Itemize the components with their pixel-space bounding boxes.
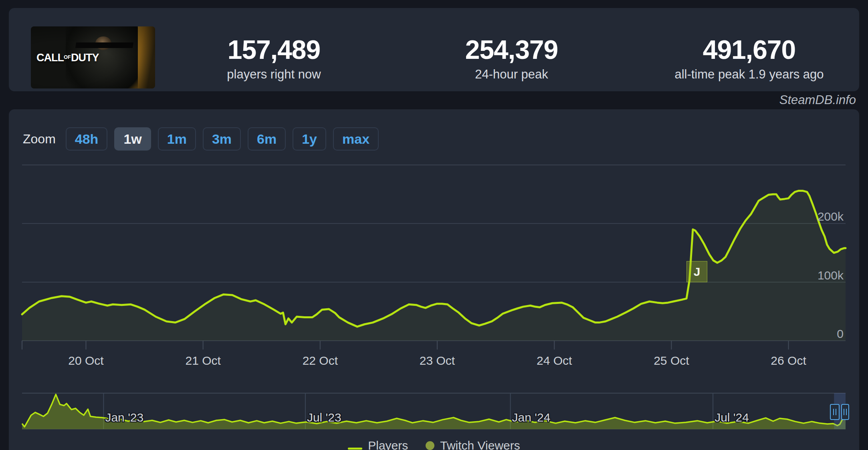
navigator-tick-label: Jul '23 — [307, 411, 341, 424]
y-tick-label: 0 — [795, 327, 844, 341]
zoom-toolbar: Zoom 48h 1w 1m 3m 6m 1y max — [23, 127, 379, 151]
steamdb-watermark: SteamDB.info — [779, 93, 856, 107]
zoom-range-6m[interactable]: 6m — [248, 127, 286, 151]
navigator-tick-label: Jan '24 — [512, 411, 551, 424]
current-players-value: 157,489 — [228, 36, 321, 64]
x-tick-label: 23 Oct — [405, 354, 469, 368]
peak-24h-value: 254,379 — [465, 36, 558, 64]
zoom-label: Zoom — [23, 132, 56, 147]
legend-players-label: Players — [368, 439, 408, 450]
navigator-right-handle[interactable] — [841, 404, 849, 420]
peak-24h-label: 24-hour peak — [475, 67, 548, 82]
players-line-swatch — [348, 448, 362, 450]
legend-item-twitch-viewers[interactable]: Twitch Viewers — [426, 439, 520, 450]
navigator-tick-label: Jul '24 — [715, 411, 749, 424]
x-tick-label: 21 Oct — [171, 354, 235, 368]
zoom-range-1y[interactable]: 1y — [293, 127, 326, 151]
zoom-range-1w[interactable]: 1w — [114, 127, 151, 151]
game-banner-image[interactable]: CALLOFDUTY — [31, 26, 155, 88]
x-tick-label: 26 Oct — [757, 354, 821, 368]
legend-twitch-label: Twitch Viewers — [440, 439, 520, 450]
alltime-peak-label: all-time peak 1.9 years ago — [674, 67, 824, 82]
plot-area[interactable] — [22, 165, 846, 341]
twitch-dot-swatch — [426, 441, 434, 450]
navigator-left-handle[interactable] — [830, 404, 840, 420]
y-tick-label: 100k — [795, 269, 844, 282]
stats-row: 157,489 players right now 254,379 24-hou… — [155, 16, 868, 99]
x-tick-label: 20 Oct — [54, 354, 118, 368]
game-logo: CALLOFDUTY — [36, 51, 99, 64]
x-tick-label: 25 Oct — [639, 354, 703, 368]
current-players-label: players right now — [227, 67, 321, 82]
stat-current-players: 157,489 players right now — [155, 16, 393, 99]
x-tick-label: 24 Oct — [522, 354, 586, 368]
stat-24h-peak: 254,379 24-hour peak — [393, 16, 630, 99]
zoom-range-max[interactable]: max — [333, 127, 379, 151]
zoom-range-48h[interactable]: 48h — [66, 127, 108, 151]
navigator-tick-label: Jan '23 — [105, 411, 143, 424]
zoom-range-1m[interactable]: 1m — [158, 127, 196, 151]
x-tick-label: 22 Oct — [288, 354, 352, 368]
zoom-range-3m[interactable]: 3m — [203, 127, 241, 151]
chart-legend: Players Twitch Viewers — [0, 439, 868, 450]
stat-alltime-peak: 491,670 all-time peak 1.9 years ago — [630, 16, 868, 99]
stats-panel: CALLOFDUTY 157,489 players right now 254… — [9, 8, 859, 91]
legend-item-players[interactable]: Players — [348, 439, 408, 450]
steamdb-chart-page: CALLOFDUTY 157,489 players right now 254… — [0, 0, 868, 450]
alltime-peak-value: 491,670 — [703, 36, 796, 64]
y-tick-label: 200k — [795, 210, 844, 223]
event-flag-marker[interactable]: J — [686, 261, 707, 282]
